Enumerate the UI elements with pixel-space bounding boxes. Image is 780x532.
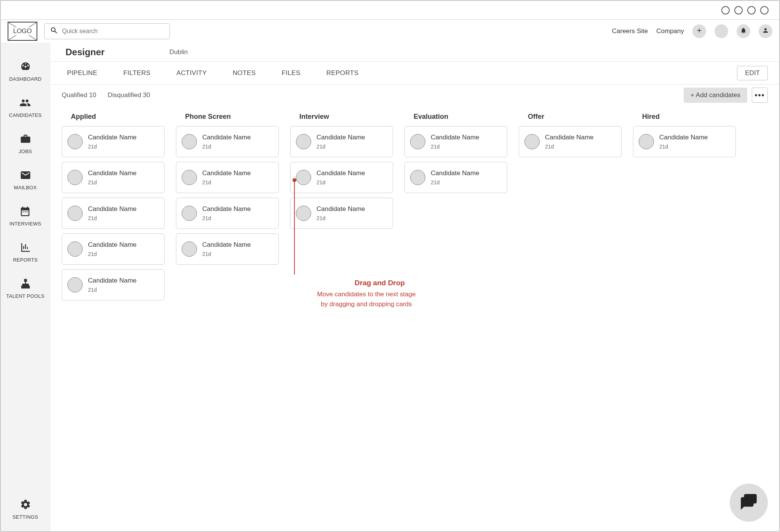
filter-qualified[interactable]: Qualified 10 xyxy=(62,91,96,99)
candidate-age: 21d xyxy=(202,144,251,150)
search-icon xyxy=(50,26,58,36)
quick-search[interactable] xyxy=(44,23,170,39)
logo[interactable]: LOGO xyxy=(8,22,37,41)
candidate-card[interactable]: Candidate Name21d xyxy=(176,233,279,265)
avatar xyxy=(182,206,197,221)
sidebar-label: JOBS xyxy=(19,149,32,154)
avatar xyxy=(182,134,197,149)
avatar xyxy=(296,134,311,149)
avatar xyxy=(296,170,311,185)
user-menu-button[interactable] xyxy=(759,24,772,38)
candidate-card[interactable]: Candidate Name21d xyxy=(290,162,393,193)
candidate-card[interactable]: Candidate Name21d xyxy=(176,162,279,193)
sidebar-item-dashboard[interactable]: DASHBOARD xyxy=(9,61,42,82)
candidate-age: 21d xyxy=(88,287,137,293)
column-header: Hired xyxy=(642,113,736,121)
notifications-button[interactable] xyxy=(737,24,750,38)
plus-icon xyxy=(696,27,703,35)
candidate-card[interactable]: Candidate Name21d xyxy=(290,126,393,157)
tab-files[interactable]: FILES xyxy=(276,66,305,81)
candidate-card[interactable]: Candidate Name21d xyxy=(404,162,507,193)
column-header: Interview xyxy=(299,113,393,121)
more-options-button[interactable]: ••• xyxy=(752,88,768,103)
candidate-name: Candidate Name xyxy=(431,169,480,177)
candidate-card[interactable]: Candidate Name21d xyxy=(62,126,165,157)
candidate-card[interactable]: Candidate Name21d xyxy=(176,126,279,157)
chat-fab[interactable] xyxy=(730,484,768,522)
sidebar-item-reports[interactable]: REPORTS xyxy=(13,242,38,263)
sidebar-item-mailbox[interactable]: MAILBOX xyxy=(14,169,37,190)
window-dot[interactable] xyxy=(721,6,730,14)
careers-site-link[interactable]: Careers Site xyxy=(612,27,648,35)
profile-placeholder[interactable] xyxy=(714,24,728,38)
candidate-card[interactable]: Candidate Name21d xyxy=(404,126,507,157)
candidate-name: Candidate Name xyxy=(316,205,365,213)
candidate-name: Candidate Name xyxy=(88,134,137,141)
sidebar-label: SETTINGS xyxy=(13,514,38,520)
tab-filters[interactable]: FILTERS xyxy=(118,66,156,81)
candidate-card[interactable]: Candidate Name21d xyxy=(62,269,165,300)
sidebar-item-jobs[interactable]: JOBS xyxy=(19,133,32,154)
window-dot[interactable] xyxy=(747,6,756,14)
tab-notes[interactable]: NOTES xyxy=(227,66,261,81)
candidate-age: 21d xyxy=(88,144,137,150)
avatar xyxy=(67,241,83,257)
candidate-name: Candidate Name xyxy=(88,277,137,284)
filter-disqualified[interactable]: Disqualified 30 xyxy=(108,91,150,99)
candidate-card[interactable]: Candidate Name21d xyxy=(62,162,165,193)
add-button[interactable] xyxy=(692,24,706,38)
company-link[interactable]: Company xyxy=(656,27,684,35)
candidate-name: Candidate Name xyxy=(88,205,137,213)
candidate-card[interactable]: Candidate Name21d xyxy=(290,198,393,229)
tab-activity[interactable]: ACTIVITY xyxy=(171,66,212,81)
candidate-age: 21d xyxy=(431,179,480,185)
tab-pipeline[interactable]: PIPELINE xyxy=(62,66,103,81)
candidate-name: Candidate Name xyxy=(316,134,365,141)
window-dot[interactable] xyxy=(734,6,743,14)
avatar xyxy=(639,134,654,149)
job-title: Designer xyxy=(66,47,105,58)
column-header: Evaluation xyxy=(414,113,507,121)
edit-button[interactable]: EDIT xyxy=(737,66,768,80)
avatar xyxy=(524,134,540,149)
candidate-card[interactable]: Candidate Name21d xyxy=(633,126,736,157)
sidebar-label: TALENT POOLS xyxy=(6,293,45,299)
avatar xyxy=(410,170,425,185)
annotation: Drag and Drop Move candidates to the nex… xyxy=(271,266,462,309)
candidate-card[interactable]: Candidate Name21d xyxy=(62,233,165,265)
avatar xyxy=(67,206,83,221)
sidebar-item-settings[interactable]: SETTINGS xyxy=(13,499,38,520)
tab-reports[interactable]: REPORTS xyxy=(321,66,364,81)
dashboard-icon xyxy=(20,61,31,74)
candidate-name: Candidate Name xyxy=(316,169,365,177)
sidebar-label: REPORTS xyxy=(13,257,38,263)
candidate-card[interactable]: Candidate Name21d xyxy=(519,126,622,157)
candidate-card[interactable]: Candidate Name21d xyxy=(62,198,165,229)
candidate-age: 21d xyxy=(316,179,365,185)
candidate-name: Candidate Name xyxy=(202,205,251,213)
topbar: LOGO Careers Site Company xyxy=(1,20,779,43)
search-input[interactable] xyxy=(62,28,164,35)
sidebar-item-interviews[interactable]: INTERVIEWS xyxy=(10,206,42,227)
candidate-name: Candidate Name xyxy=(545,134,594,141)
content: Designer Dublin PIPELINE FILTERS ACTIVIT… xyxy=(50,43,779,531)
candidate-name: Candidate Name xyxy=(88,241,137,249)
kanban-column: OfferCandidate Name21d xyxy=(519,110,622,305)
candidate-age: 21d xyxy=(316,215,365,221)
candidate-age: 21d xyxy=(545,144,594,150)
sidebar-label: MAILBOX xyxy=(14,185,37,190)
candidate-card[interactable]: Candidate Name21d xyxy=(176,198,279,229)
avatar xyxy=(296,206,311,221)
candidate-age: 21d xyxy=(659,144,708,150)
column-header: Applied xyxy=(71,113,165,121)
candidate-name: Candidate Name xyxy=(202,134,251,141)
add-candidates-button[interactable]: + Add candidates xyxy=(684,88,747,103)
user-icon xyxy=(762,27,769,35)
sidebar-item-talent-pools[interactable]: TALENT POOLS xyxy=(6,278,45,299)
candidate-age: 21d xyxy=(202,215,251,221)
avatar xyxy=(410,134,425,149)
annotation-line xyxy=(294,179,295,275)
sidebar-label: INTERVIEWS xyxy=(10,221,42,227)
sidebar-item-candidates[interactable]: CANDIDATES xyxy=(9,97,42,118)
window-dot[interactable] xyxy=(760,6,769,14)
